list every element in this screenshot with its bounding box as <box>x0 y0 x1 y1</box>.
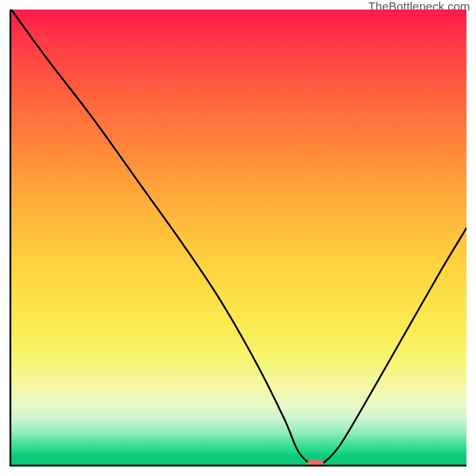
bottleneck-curve <box>11 10 466 465</box>
plot-area <box>10 10 466 466</box>
optimal-marker <box>307 460 324 466</box>
curve-layer <box>11 10 466 465</box>
